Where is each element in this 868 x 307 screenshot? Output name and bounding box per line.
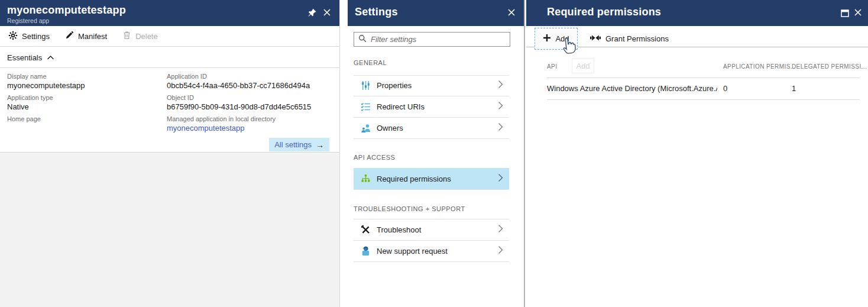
sidebar-item-label: Owners — [377, 124, 498, 133]
essentials-panel: Display name myonecomputetestapp Applica… — [0, 68, 339, 153]
grant-permissions-label: Grant Permissions — [605, 34, 669, 43]
pin-icon[interactable] — [307, 8, 317, 18]
add-tooltip: Add — [572, 58, 594, 73]
essentials-toggle[interactable]: Essentials — [0, 47, 339, 68]
filter-settings-input[interactable] — [371, 35, 506, 44]
sidebar-item-required-permissions[interactable]: Required permissions — [354, 168, 509, 190]
sidebar-item-label: New support request — [377, 247, 498, 256]
sliders-icon — [361, 80, 371, 91]
all-settings-button[interactable]: All settings → — [269, 138, 329, 151]
sidebar-item-owners[interactable]: Owners — [354, 118, 509, 139]
table-row[interactable]: Windows Azure Active Directory (Microsof… — [526, 78, 868, 99]
chevron-right-icon — [498, 173, 503, 185]
settings-blade-title: Settings — [355, 6, 398, 18]
maximize-icon[interactable] — [841, 9, 850, 18]
sidebar-item-label: Properties — [377, 81, 498, 90]
column-header-application-permissions: APPLICATION PERMIS... — [723, 63, 796, 70]
tools-icon — [361, 225, 371, 235]
section-label-api-access: API ACCESS — [354, 154, 395, 161]
chevron-right-icon — [498, 224, 503, 235]
app-toolbar: Settings Manifest Delete — [0, 26, 339, 47]
sidebar-item-label: Troubleshoot — [377, 225, 498, 234]
app-blade-empty-area — [0, 153, 339, 307]
essentials-label: Essentials — [7, 53, 42, 62]
sidebar-item-label: Redirect URIs — [377, 102, 498, 111]
app-blade-header: myonecomputetestapp Registered app — [0, 0, 339, 26]
essentials-field: Home page — [7, 115, 158, 133]
settings-blade-header: Settings — [348, 0, 524, 26]
manifest-button[interactable]: Manifest — [65, 31, 107, 41]
chevron-right-icon — [498, 101, 503, 112]
chevron-up-icon — [47, 53, 54, 62]
hand-cursor — [561, 36, 578, 58]
sidebar-item-label: Required permissions — [377, 174, 498, 183]
settings-button[interactable]: Settings — [8, 31, 50, 42]
essentials-field: Object ID b6759f90-5b09-431d-90d8-d7dd4e… — [167, 93, 332, 112]
app-blade-subtitle: Registered app — [7, 17, 49, 24]
sidebar-item-new-support-request[interactable]: New support request — [354, 241, 509, 262]
grant-permissions-button[interactable]: Grant Permissions — [587, 28, 672, 50]
permissions-blade-title: Required permissions — [547, 6, 661, 18]
essentials-field: Application ID 0bcb54c4-f4aa-4650-bb37-c… — [167, 72, 332, 91]
sidebar-item-troubleshoot[interactable]: Troubleshoot — [354, 219, 509, 241]
permissions-blade: Required permissions Add Grant Permissio… — [526, 0, 868, 307]
essentials-field: Display name myonecomputetestapp — [7, 72, 158, 91]
app-blade-title: myonecomputetestapp — [7, 4, 126, 17]
chevron-right-icon — [498, 245, 503, 257]
arrow-right-icon: → — [316, 140, 324, 150]
gear-icon — [8, 31, 18, 42]
close-icon[interactable] — [507, 8, 517, 18]
settings-blade: Settings GENERAL Properties — [348, 0, 525, 307]
sidebar-item-redirect-uris[interactable]: Redirect URIs — [354, 96, 509, 118]
row-delegated-permissions: 1 — [792, 84, 796, 93]
essentials-field: Application type Native — [7, 93, 158, 112]
all-settings-label: All settings — [274, 140, 312, 149]
column-header-delegated-permissions: DELEGATED PERMISSI... — [792, 63, 867, 70]
sidebar-item-properties[interactable]: Properties — [354, 75, 509, 96]
settings-button-label: Settings — [22, 32, 50, 41]
app-blade: myonecomputetestapp Registered app Setti… — [0, 0, 340, 307]
column-header-api: API — [547, 63, 557, 70]
chevron-right-icon — [498, 80, 503, 91]
section-label-troubleshooting: TROUBLESHOOTING + SUPPORT — [354, 205, 465, 212]
trash-icon — [122, 31, 131, 41]
permissions-blade-header: Required permissions — [526, 0, 868, 26]
managed-application-link[interactable]: myonecomputetestapp — [167, 123, 332, 133]
delete-button[interactable]: Delete — [122, 31, 158, 41]
search-icon — [358, 34, 367, 45]
org-chart-icon — [361, 174, 371, 184]
chevron-right-icon — [498, 122, 503, 134]
grant-permissions-icon — [590, 34, 601, 43]
plus-icon — [543, 34, 551, 44]
close-icon[interactable] — [323, 8, 332, 18]
filter-settings-box — [354, 32, 510, 47]
row-api-name: Windows Azure Active Directory (Microsof… — [547, 84, 717, 93]
close-icon[interactable] — [854, 8, 863, 18]
pencil-icon — [65, 31, 74, 41]
manifest-button-label: Manifest — [78, 32, 107, 41]
table-row-divider — [547, 99, 860, 100]
people-icon — [361, 123, 371, 133]
essentials-field: Managed application in local directory m… — [167, 115, 332, 133]
checklist-icon — [361, 102, 371, 112]
section-label-general: GENERAL — [354, 59, 387, 66]
row-application-permissions: 0 — [723, 84, 727, 93]
support-icon — [361, 246, 371, 256]
delete-button-label: Delete — [135, 32, 158, 41]
